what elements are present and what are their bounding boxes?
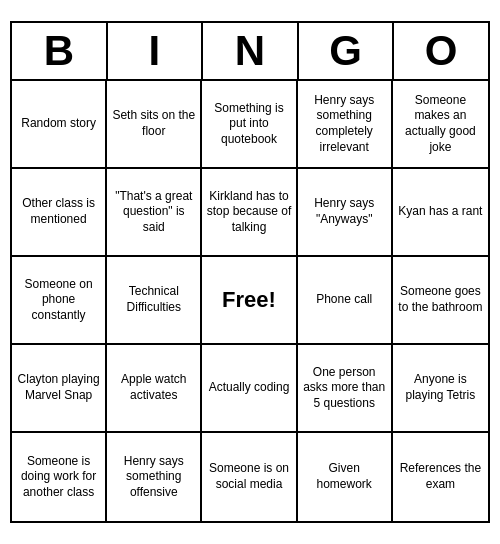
bingo-cell-19[interactable]: Anyone is playing Tetris [393,345,488,433]
bingo-cell-4[interactable]: Someone makes an actually good joke [393,81,488,169]
bingo-letter-o: O [394,23,488,79]
bingo-letter-n: N [203,23,299,79]
bingo-cell-22[interactable]: Someone is on social media [202,433,297,521]
bingo-cell-21[interactable]: Henry says something offensive [107,433,202,521]
bingo-cell-14[interactable]: Someone goes to the bathroom [393,257,488,345]
bingo-cell-9[interactable]: Kyan has a rant [393,169,488,257]
bingo-cell-0[interactable]: Random story [12,81,107,169]
bingo-letter-g: G [299,23,395,79]
bingo-cell-17[interactable]: Actually coding [202,345,297,433]
bingo-cell-16[interactable]: Apple watch activates [107,345,202,433]
bingo-cell-8[interactable]: Henry says "Anyways" [298,169,393,257]
bingo-cell-5[interactable]: Other class is mentioned [12,169,107,257]
bingo-cell-7[interactable]: Kirkland has to stop because of talking [202,169,297,257]
bingo-grid: Random storySeth sits on the floorSometh… [12,81,488,521]
bingo-cell-6[interactable]: "That's a great question" is said [107,169,202,257]
bingo-cell-15[interactable]: Clayton playing Marvel Snap [12,345,107,433]
bingo-cell-12[interactable]: Free! [202,257,297,345]
bingo-cell-24[interactable]: References the exam [393,433,488,521]
bingo-letter-i: I [108,23,204,79]
bingo-cell-20[interactable]: Someone is doing work for another class [12,433,107,521]
bingo-letter-b: B [12,23,108,79]
bingo-cell-13[interactable]: Phone call [298,257,393,345]
bingo-cell-3[interactable]: Henry says something completely irreleva… [298,81,393,169]
bingo-cell-2[interactable]: Something is put into quotebook [202,81,297,169]
bingo-cell-10[interactable]: Someone on phone constantly [12,257,107,345]
bingo-cell-23[interactable]: Given homework [298,433,393,521]
bingo-cell-18[interactable]: One person asks more than 5 questions [298,345,393,433]
bingo-header: BINGO [12,23,488,81]
bingo-cell-11[interactable]: Technical Difficulties [107,257,202,345]
bingo-card: BINGO Random storySeth sits on the floor… [10,21,490,523]
bingo-cell-1[interactable]: Seth sits on the floor [107,81,202,169]
